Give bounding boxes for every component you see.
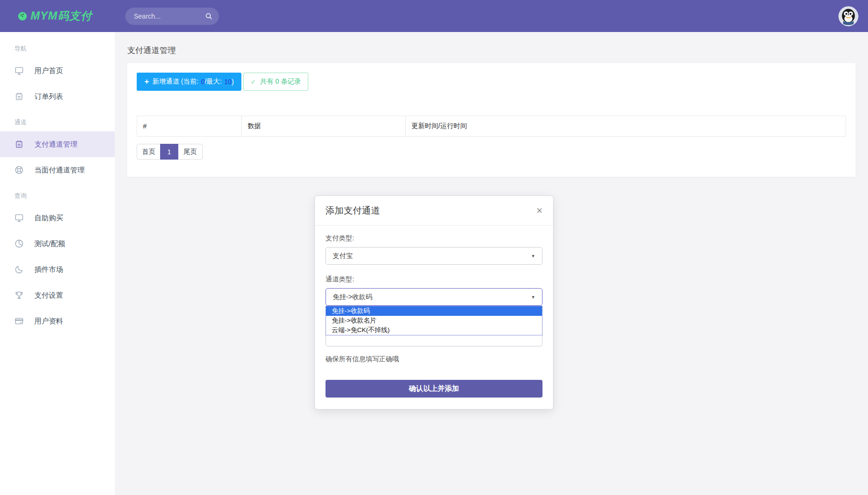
card-toolbar: + 新增通道 (当前: 0 /最大: 10 ) ✓ 共有 0 条记录 bbox=[137, 73, 846, 91]
pagination-last-button[interactable]: 尾页 bbox=[178, 144, 203, 160]
search-bar bbox=[125, 8, 219, 25]
add-channel-text-mid: /最大: bbox=[205, 77, 222, 86]
modal-header: 添加支付通道 × bbox=[315, 196, 553, 226]
sidebar-section-query: 查询 bbox=[0, 183, 115, 205]
life-ring-icon bbox=[14, 165, 24, 175]
pay-type-label: 支付类型: bbox=[326, 234, 542, 243]
search-input[interactable] bbox=[134, 12, 205, 20]
current-count: 0 bbox=[201, 78, 205, 86]
sidebar-item-payment-channel[interactable]: 支付通道管理 bbox=[0, 131, 115, 157]
sidebar-item-user-home[interactable]: 用户首页 bbox=[0, 58, 115, 84]
column-header-index: # bbox=[137, 116, 242, 137]
pagination: 首页 1 尾页 bbox=[137, 144, 203, 160]
pay-type-value: 支付宝 bbox=[333, 252, 353, 260]
records-count-label: 共有 0 条记录 bbox=[260, 77, 301, 86]
sidebar-item-order-list[interactable]: 订单列表 bbox=[0, 84, 115, 109]
channel-type-combo: 免挂->收款码 ▼ 免挂->收款码 免挂->收款名片 云端->免CK(不掉线) bbox=[326, 288, 542, 346]
max-count: 10 bbox=[224, 78, 232, 86]
sidebar-item-label: 用户资料 bbox=[34, 317, 63, 326]
sidebar-section-channel: 通道 bbox=[0, 109, 115, 131]
modal-hint-text: 确保所有信息填写正确哦 bbox=[326, 355, 542, 364]
monitor-icon bbox=[14, 66, 24, 75]
add-channel-button[interactable]: + 新增通道 (当前: 0 /最大: 10 ) bbox=[137, 73, 241, 91]
sidebar-item-label: 自助购买 bbox=[34, 214, 63, 223]
column-header-data: 数据 bbox=[242, 116, 406, 137]
dropdown-option-selected[interactable]: 免挂->收款码 bbox=[326, 306, 542, 316]
search-icon[interactable] bbox=[205, 12, 213, 20]
monitor-icon bbox=[14, 213, 24, 223]
pagination-first-button[interactable]: 首页 bbox=[137, 144, 161, 160]
sidebar-item-label: 用户首页 bbox=[34, 66, 63, 75]
table-header-row: # 数据 更新时间/运行时间 bbox=[137, 116, 846, 137]
page-body: 导航 用户首页 订单列表 通道 bbox=[0, 32, 868, 495]
pie-chart-icon bbox=[14, 239, 24, 248]
app-logo-text: MYM码支付 bbox=[31, 9, 92, 23]
add-channel-modal: 添加支付通道 × 支付类型: 支付宝 ▼ 通道类型: 免挂->收款码 ▼ bbox=[315, 195, 553, 409]
channels-table: # 数据 更新时间/运行时间 bbox=[137, 116, 846, 137]
sidebar: 导航 用户首页 订单列表 通道 bbox=[0, 32, 115, 495]
add-channel-text: 新增通道 (当前: bbox=[152, 77, 198, 86]
sidebar-item-label: 测试/配额 bbox=[34, 239, 65, 248]
bowling-ball-icon bbox=[18, 12, 27, 21]
clipboard-icon bbox=[14, 140, 24, 149]
sidebar-item-label: 支付通道管理 bbox=[34, 140, 77, 149]
moon-icon bbox=[14, 265, 24, 274]
sidebar-item-plugin-market[interactable]: 插件市场 bbox=[0, 257, 115, 282]
add-channel-text-after: ) bbox=[232, 78, 234, 86]
close-icon[interactable]: × bbox=[536, 205, 542, 216]
page-title: 支付通道管理 bbox=[127, 45, 856, 56]
channel-card: + 新增通道 (当前: 0 /最大: 10 ) ✓ 共有 0 条记录 bbox=[127, 63, 856, 177]
brand[interactable]: MYM码支付 bbox=[0, 9, 115, 23]
dropdown-option[interactable]: 云端->免CK(不掉线) bbox=[326, 325, 542, 335]
credit-card-icon bbox=[14, 316, 24, 326]
channel-type-dropdown: 免挂->收款码 免挂->收款名片 云端->免CK(不掉线) bbox=[326, 306, 542, 335]
user-avatar[interactable] bbox=[838, 6, 858, 26]
sidebar-item-f2f-channel[interactable]: 当面付通道管理 bbox=[0, 157, 115, 183]
confirm-add-button[interactable]: 确认以上并添加 bbox=[326, 380, 542, 398]
clipboard-icon bbox=[14, 92, 24, 101]
records-count-button[interactable]: ✓ 共有 0 条记录 bbox=[243, 73, 308, 91]
app-root: MYM码支付 bbox=[0, 0, 868, 495]
sidebar-item-label: 插件市场 bbox=[34, 265, 63, 274]
check-icon: ✓ bbox=[250, 78, 256, 86]
modal-title: 添加支付通道 bbox=[326, 204, 380, 217]
channel-type-value: 免挂->收款码 bbox=[333, 293, 372, 301]
sidebar-item-label: 订单列表 bbox=[34, 92, 63, 101]
sidebar-section-nav: 导航 bbox=[0, 36, 115, 58]
top-header: MYM码支付 bbox=[0, 0, 868, 32]
modal-body: 支付类型: 支付宝 ▼ 通道类型: 免挂->收款码 ▼ 免挂->收款码 免 bbox=[315, 226, 553, 398]
pay-type-select[interactable]: 支付宝 ▼ bbox=[326, 247, 542, 265]
qq-penguin-icon bbox=[838, 6, 858, 26]
dropdown-option[interactable]: 免挂->收款名片 bbox=[326, 316, 542, 325]
sidebar-item-label: 支付设置 bbox=[34, 291, 63, 300]
sidebar-item-test-quota[interactable]: 测试/配额 bbox=[0, 231, 115, 257]
pagination-current-page[interactable]: 1 bbox=[160, 144, 178, 160]
sidebar-item-user-profile[interactable]: 用户资料 bbox=[0, 308, 115, 334]
column-header-time: 更新时间/运行时间 bbox=[406, 116, 846, 137]
channel-type-select[interactable]: 免挂->收款码 ▼ bbox=[326, 288, 542, 306]
chevron-down-icon: ▼ bbox=[531, 254, 535, 258]
chevron-down-icon: ▼ bbox=[531, 295, 535, 300]
main-content: 支付通道管理 + 新增通道 (当前: 0 /最大: 10 ) ✓ 共有 0 条记… bbox=[115, 32, 868, 495]
plus-icon: + bbox=[144, 77, 149, 86]
sidebar-item-self-buy[interactable]: 自助购买 bbox=[0, 205, 115, 231]
trophy-icon bbox=[14, 291, 24, 300]
sidebar-item-payment-settings[interactable]: 支付设置 bbox=[0, 282, 115, 308]
sidebar-item-label: 当面付通道管理 bbox=[34, 166, 85, 175]
channel-type-label: 通道类型: bbox=[326, 275, 542, 284]
